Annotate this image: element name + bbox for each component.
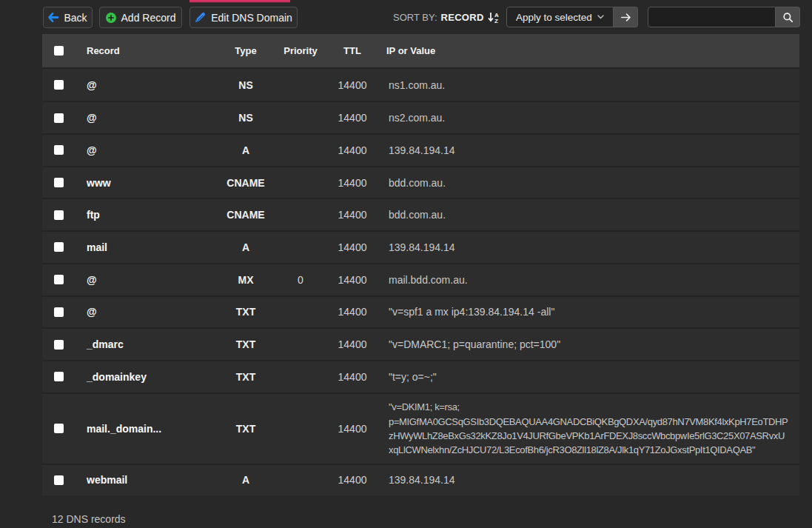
svg-text:Z: Z (494, 18, 498, 23)
